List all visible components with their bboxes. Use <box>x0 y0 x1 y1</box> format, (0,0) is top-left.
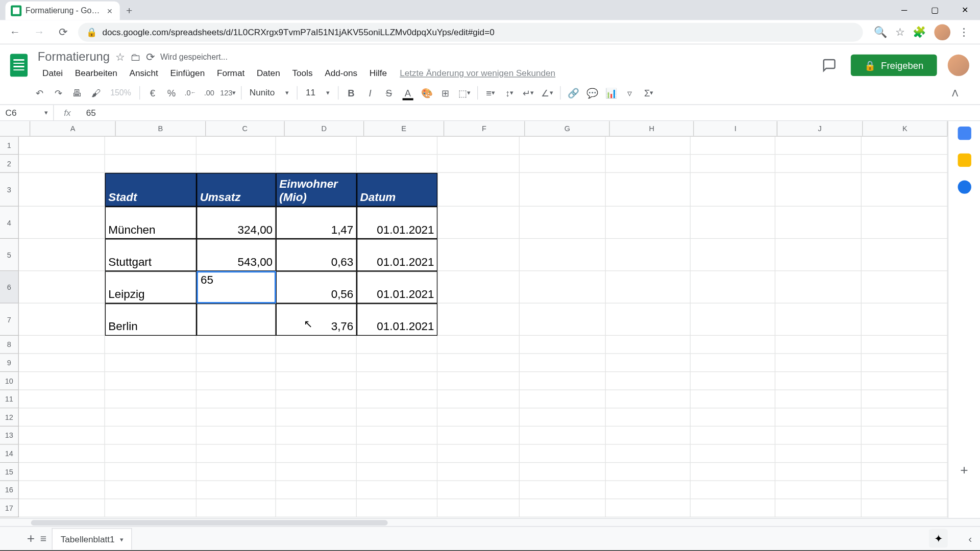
cell[interactable] <box>520 445 606 463</box>
cell[interactable]: 01.01.2021 <box>357 239 437 271</box>
cell[interactable] <box>19 445 105 463</box>
cell[interactable] <box>606 499 691 517</box>
document-title[interactable]: Formatierung <box>38 50 110 64</box>
cell[interactable] <box>606 336 691 354</box>
cell[interactable] <box>691 336 775 354</box>
cell[interactable] <box>437 155 520 173</box>
cell[interactable] <box>520 155 606 173</box>
cell[interactable] <box>19 463 105 481</box>
cell[interactable] <box>520 354 606 372</box>
cell[interactable] <box>862 137 948 155</box>
cell[interactable] <box>520 499 606 517</box>
currency-button[interactable]: € <box>144 84 161 101</box>
bold-button[interactable]: B <box>342 84 360 101</box>
row-header[interactable]: 8 <box>0 336 19 354</box>
cell[interactable] <box>357 427 437 445</box>
cell[interactable] <box>606 239 691 271</box>
cell[interactable] <box>775 137 862 155</box>
cell[interactable] <box>862 239 948 271</box>
browser-tab[interactable]: Formatierung - Google Tabellen × <box>6 2 120 20</box>
cell[interactable] <box>862 372 948 390</box>
row-header[interactable]: 17 <box>0 499 19 517</box>
cell[interactable] <box>197 372 276 390</box>
row-header[interactable]: 14 <box>0 445 19 463</box>
cell[interactable] <box>197 137 276 155</box>
percent-button[interactable]: % <box>163 84 180 101</box>
cell[interactable] <box>357 336 437 354</box>
scrollbar-thumb[interactable] <box>31 520 388 525</box>
row-header[interactable]: 16 <box>0 481 19 499</box>
cell[interactable] <box>19 304 105 336</box>
cell[interactable] <box>197 271 276 303</box>
cell[interactable]: 0,63 <box>276 239 357 271</box>
row-header[interactable]: 10 <box>0 372 19 390</box>
cell[interactable]: Umsatz <box>197 173 276 207</box>
sheets-logo[interactable] <box>6 52 33 79</box>
menu-format[interactable]: Format <box>212 65 250 81</box>
comments-button[interactable] <box>818 55 840 76</box>
cell[interactable] <box>276 137 357 155</box>
increase-decimal-button[interactable]: .00 <box>201 84 218 101</box>
cell[interactable] <box>520 408 606 427</box>
cell[interactable] <box>437 463 520 481</box>
cell[interactable] <box>691 390 775 409</box>
cell[interactable] <box>775 271 862 303</box>
close-window-button[interactable]: ✕ <box>950 0 980 20</box>
zoom-select[interactable]: 150% <box>106 88 135 97</box>
strikethrough-button[interactable]: S <box>380 84 398 101</box>
account-avatar[interactable] <box>948 55 969 76</box>
row-header[interactable]: 13 <box>0 427 19 445</box>
cell[interactable] <box>437 390 520 409</box>
cell[interactable] <box>276 445 357 463</box>
cell[interactable]: Stuttgart <box>105 239 197 271</box>
keep-icon[interactable] <box>958 154 971 167</box>
cell[interactable] <box>520 336 606 354</box>
cell[interactable] <box>606 445 691 463</box>
explore-button[interactable]: ✦ <box>929 529 948 547</box>
cell[interactable] <box>691 481 775 499</box>
cell[interactable]: Datum <box>357 173 437 207</box>
cell[interactable] <box>197 445 276 463</box>
cell[interactable] <box>520 481 606 499</box>
cell[interactable] <box>437 354 520 372</box>
cell[interactable] <box>606 271 691 303</box>
filter-button[interactable]: ▿ <box>621 84 639 101</box>
italic-button[interactable]: I <box>361 84 379 101</box>
cell[interactable] <box>775 499 862 517</box>
wrap-button[interactable]: ↵▾ <box>520 84 537 101</box>
add-sheet-button[interactable]: + <box>27 531 35 546</box>
cell[interactable] <box>606 481 691 499</box>
cell[interactable] <box>105 499 197 517</box>
cell[interactable] <box>437 207 520 239</box>
cell[interactable] <box>105 390 197 409</box>
cell[interactable] <box>357 463 437 481</box>
cell[interactable]: 543,00 <box>197 239 276 271</box>
cell[interactable] <box>691 427 775 445</box>
row-header[interactable]: 11 <box>0 390 19 409</box>
column-header[interactable]: I <box>694 121 777 136</box>
cell[interactable] <box>775 427 862 445</box>
cell-edit-input[interactable] <box>201 274 272 287</box>
cell[interactable] <box>357 354 437 372</box>
merge-button[interactable]: ⬚▾ <box>455 84 473 101</box>
print-button[interactable]: 🖶 <box>69 84 86 101</box>
cell[interactable] <box>862 336 948 354</box>
cell[interactable] <box>520 137 606 155</box>
cell[interactable]: 01.01.2021 <box>357 271 437 303</box>
menu-file[interactable]: Datei <box>38 65 67 81</box>
cell[interactable] <box>520 390 606 409</box>
cell[interactable] <box>19 239 105 271</box>
borders-button[interactable]: ⊞ <box>437 84 454 101</box>
cell[interactable] <box>606 390 691 409</box>
cell[interactable] <box>197 463 276 481</box>
cell[interactable] <box>520 372 606 390</box>
cell[interactable] <box>862 304 948 336</box>
column-header[interactable]: D <box>284 121 364 136</box>
column-header[interactable]: F <box>444 121 525 136</box>
formula-input[interactable]: 65 <box>81 108 980 118</box>
cell[interactable] <box>197 408 276 427</box>
text-color-button[interactable]: A <box>399 84 416 101</box>
cell[interactable] <box>691 499 775 517</box>
cell[interactable] <box>437 427 520 445</box>
menu-view[interactable]: Ansicht <box>125 65 163 81</box>
